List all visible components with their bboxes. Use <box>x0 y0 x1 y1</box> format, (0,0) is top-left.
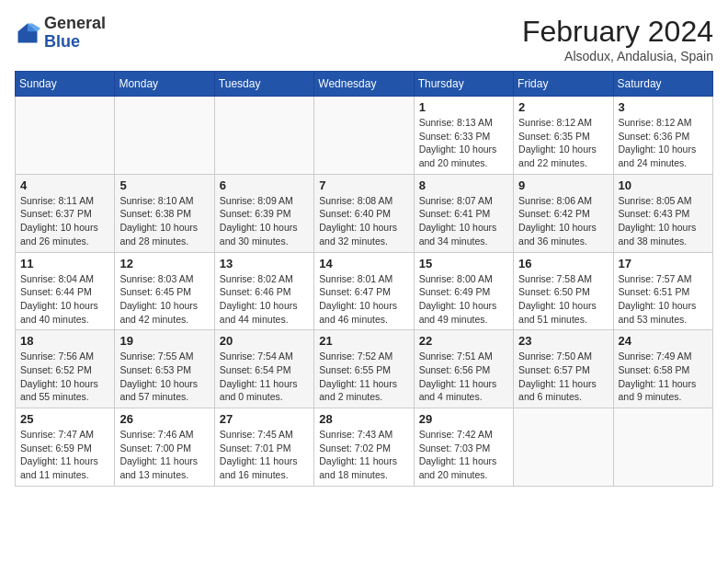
day-number: 8 <box>419 178 508 192</box>
month-year-title: February 2024 <box>522 15 713 49</box>
calendar-cell: 11Sunrise: 8:04 AM Sunset: 6:44 PM Dayli… <box>16 252 115 330</box>
day-info: Sunrise: 8:10 AM Sunset: 6:38 PM Dayligh… <box>119 194 209 248</box>
weekday-header-friday: Friday <box>514 72 613 97</box>
day-info: Sunrise: 7:45 AM Sunset: 7:01 PM Dayligh… <box>220 428 309 482</box>
calendar-cell: 3Sunrise: 8:12 AM Sunset: 6:36 PM Daylig… <box>613 97 712 175</box>
weekday-header-wednesday: Wednesday <box>314 72 414 97</box>
calendar-cell: 27Sunrise: 7:45 AM Sunset: 7:01 PM Dayli… <box>214 408 313 487</box>
calendar-cell: 17Sunrise: 7:57 AM Sunset: 6:51 PM Dayli… <box>613 252 712 330</box>
day-info: Sunrise: 7:57 AM Sunset: 6:51 PM Dayligh… <box>619 272 708 327</box>
logo-icon <box>15 20 40 46</box>
day-number: 19 <box>119 334 209 348</box>
calendar-week-5: 25Sunrise: 7:47 AM Sunset: 6:59 PM Dayli… <box>16 408 713 487</box>
day-number: 10 <box>619 178 708 192</box>
day-number: 1 <box>419 100 508 114</box>
day-number: 21 <box>319 334 408 348</box>
day-number: 27 <box>220 412 309 426</box>
day-info: Sunrise: 7:43 AM Sunset: 7:02 PM Dayligh… <box>319 428 408 482</box>
calendar-week-3: 11Sunrise: 8:04 AM Sunset: 6:44 PM Dayli… <box>16 252 713 330</box>
calendar-cell: 20Sunrise: 7:54 AM Sunset: 6:54 PM Dayli… <box>214 330 313 408</box>
calendar-cell: 13Sunrise: 8:02 AM Sunset: 6:46 PM Dayli… <box>214 252 313 330</box>
logo: General Blue <box>15 15 106 52</box>
day-info: Sunrise: 7:58 AM Sunset: 6:50 PM Dayligh… <box>518 272 608 327</box>
weekday-header-thursday: Thursday <box>414 72 513 97</box>
day-number: 11 <box>20 257 109 270</box>
day-info: Sunrise: 8:02 AM Sunset: 6:46 PM Dayligh… <box>220 272 309 327</box>
calendar-cell: 23Sunrise: 7:50 AM Sunset: 6:57 PM Dayli… <box>514 330 613 408</box>
day-info: Sunrise: 8:13 AM Sunset: 6:33 PM Dayligh… <box>419 116 508 170</box>
day-number: 6 <box>220 178 309 192</box>
day-info: Sunrise: 7:47 AM Sunset: 6:59 PM Dayligh… <box>20 428 109 482</box>
calendar-cell <box>16 97 115 175</box>
calendar-cell: 5Sunrise: 8:10 AM Sunset: 6:38 PM Daylig… <box>115 174 214 252</box>
day-number: 14 <box>319 257 408 270</box>
weekday-header-row: SundayMondayTuesdayWednesdayThursdayFrid… <box>16 72 713 97</box>
calendar-week-1: 1Sunrise: 8:13 AM Sunset: 6:33 PM Daylig… <box>16 97 713 175</box>
day-number: 25 <box>20 412 109 426</box>
calendar-cell: 7Sunrise: 8:08 AM Sunset: 6:40 PM Daylig… <box>314 174 414 252</box>
day-number: 20 <box>220 334 309 348</box>
day-number: 18 <box>20 334 109 348</box>
day-info: Sunrise: 8:05 AM Sunset: 6:43 PM Dayligh… <box>619 194 708 248</box>
logo-text: General Blue <box>44 15 106 52</box>
day-number: 3 <box>619 100 708 114</box>
page-header: General Blue February 2024 Alsodux, Anda… <box>15 15 713 63</box>
calendar-week-2: 4Sunrise: 8:11 AM Sunset: 6:37 PM Daylig… <box>16 174 713 252</box>
calendar-cell: 22Sunrise: 7:51 AM Sunset: 6:56 PM Dayli… <box>414 330 513 408</box>
calendar-header: SundayMondayTuesdayWednesdayThursdayFrid… <box>16 72 713 97</box>
logo-blue: Blue <box>44 32 80 51</box>
day-number: 26 <box>119 412 209 426</box>
calendar-cell: 19Sunrise: 7:55 AM Sunset: 6:53 PM Dayli… <box>115 330 214 408</box>
weekday-header-tuesday: Tuesday <box>214 72 313 97</box>
weekday-header-monday: Monday <box>115 72 214 97</box>
weekday-header-saturday: Saturday <box>613 72 712 97</box>
day-number: 29 <box>419 412 508 426</box>
calendar-cell: 12Sunrise: 8:03 AM Sunset: 6:45 PM Dayli… <box>115 252 214 330</box>
calendar-cell: 1Sunrise: 8:13 AM Sunset: 6:33 PM Daylig… <box>414 97 513 175</box>
calendar-cell: 28Sunrise: 7:43 AM Sunset: 7:02 PM Dayli… <box>314 408 414 487</box>
day-info: Sunrise: 7:42 AM Sunset: 7:03 PM Dayligh… <box>419 428 508 482</box>
day-number: 13 <box>220 257 309 270</box>
day-number: 12 <box>119 257 209 270</box>
day-number: 5 <box>119 178 209 192</box>
calendar-table: SundayMondayTuesdayWednesdayThursdayFrid… <box>15 71 713 487</box>
title-block: February 2024 Alsodux, Andalusia, Spain <box>522 15 713 63</box>
day-info: Sunrise: 8:12 AM Sunset: 6:36 PM Dayligh… <box>619 116 708 170</box>
day-info: Sunrise: 8:12 AM Sunset: 6:35 PM Dayligh… <box>518 116 608 170</box>
day-info: Sunrise: 7:51 AM Sunset: 6:56 PM Dayligh… <box>419 350 508 404</box>
day-info: Sunrise: 8:04 AM Sunset: 6:44 PM Dayligh… <box>20 272 109 327</box>
calendar-week-4: 18Sunrise: 7:56 AM Sunset: 6:52 PM Dayli… <box>16 330 713 408</box>
calendar-cell: 4Sunrise: 8:11 AM Sunset: 6:37 PM Daylig… <box>16 174 115 252</box>
calendar-cell: 29Sunrise: 7:42 AM Sunset: 7:03 PM Dayli… <box>414 408 513 487</box>
day-info: Sunrise: 7:50 AM Sunset: 6:57 PM Dayligh… <box>518 350 608 404</box>
day-info: Sunrise: 8:08 AM Sunset: 6:40 PM Dayligh… <box>319 194 408 248</box>
day-number: 4 <box>20 178 109 192</box>
calendar-cell: 21Sunrise: 7:52 AM Sunset: 6:55 PM Dayli… <box>314 330 414 408</box>
day-number: 17 <box>619 257 708 270</box>
day-number: 7 <box>319 178 408 192</box>
day-info: Sunrise: 7:46 AM Sunset: 7:00 PM Dayligh… <box>119 428 209 482</box>
calendar-cell <box>514 408 613 487</box>
day-number: 2 <box>518 100 608 114</box>
day-info: Sunrise: 8:06 AM Sunset: 6:42 PM Dayligh… <box>518 194 608 248</box>
calendar-cell <box>214 97 313 175</box>
day-number: 23 <box>518 334 608 348</box>
day-info: Sunrise: 8:03 AM Sunset: 6:45 PM Dayligh… <box>119 272 209 327</box>
day-info: Sunrise: 8:11 AM Sunset: 6:37 PM Dayligh… <box>20 194 109 248</box>
calendar-cell: 14Sunrise: 8:01 AM Sunset: 6:47 PM Dayli… <box>314 252 414 330</box>
day-info: Sunrise: 7:49 AM Sunset: 6:58 PM Dayligh… <box>619 350 708 404</box>
calendar-cell: 6Sunrise: 8:09 AM Sunset: 6:39 PM Daylig… <box>214 174 313 252</box>
calendar-cell: 2Sunrise: 8:12 AM Sunset: 6:35 PM Daylig… <box>514 97 613 175</box>
calendar-cell <box>115 97 214 175</box>
calendar-cell: 16Sunrise: 7:58 AM Sunset: 6:50 PM Dayli… <box>514 252 613 330</box>
day-number: 16 <box>518 257 608 270</box>
location-subtitle: Alsodux, Andalusia, Spain <box>522 49 713 63</box>
weekday-header-sunday: Sunday <box>16 72 115 97</box>
calendar-cell <box>613 408 712 487</box>
day-info: Sunrise: 8:07 AM Sunset: 6:41 PM Dayligh… <box>419 194 508 248</box>
day-number: 28 <box>319 412 408 426</box>
day-info: Sunrise: 7:55 AM Sunset: 6:53 PM Dayligh… <box>119 350 209 404</box>
calendar-cell: 8Sunrise: 8:07 AM Sunset: 6:41 PM Daylig… <box>414 174 513 252</box>
day-number: 15 <box>419 257 508 270</box>
day-info: Sunrise: 8:09 AM Sunset: 6:39 PM Dayligh… <box>220 194 309 248</box>
